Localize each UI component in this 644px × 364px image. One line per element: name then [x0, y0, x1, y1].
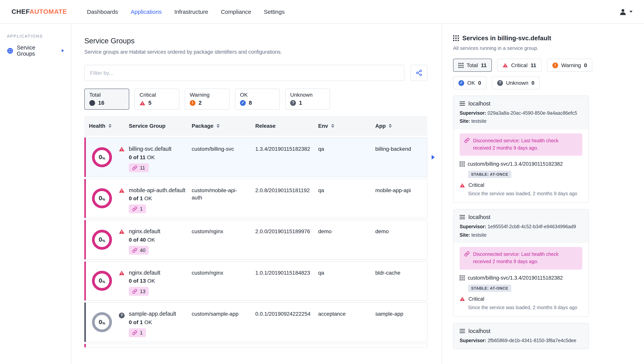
host-list-icon — [460, 215, 465, 220]
disconnected-alert: Disconnected service: Last health check … — [460, 133, 582, 156]
critical-icon — [140, 100, 145, 105]
user-menu[interactable] — [619, 8, 632, 16]
status-card-count: 8 — [249, 100, 252, 106]
selected-row-arrow-icon — [432, 155, 435, 160]
user-icon — [619, 8, 627, 16]
nav-item-applications[interactable]: Applications — [131, 9, 162, 15]
app-cell: billing-backend — [375, 138, 428, 177]
service-card-header: localhost Supervisor: 2fb65869-de1b-4341… — [454, 323, 588, 349]
nav-item-infrastructure[interactable]: Infrastructure — [174, 9, 208, 15]
nav-item-compliance[interactable]: Compliance — [221, 9, 251, 15]
status-card-critical[interactable]: Critical 5 — [134, 89, 180, 110]
env-cell: acceptance — [318, 303, 375, 342]
service-group-row-partial[interactable] — [84, 344, 428, 347]
alert-text: Disconnected service: Last health check … — [473, 251, 578, 266]
sidebar: APPLICATIONS Service Groups — [0, 24, 71, 364]
update-strategy-badge: STABLE: AT-ONCE — [468, 284, 511, 292]
sort-icon — [216, 124, 220, 128]
disconnected-link-icon — [132, 206, 137, 211]
package-cell: custom/mobile-api-auth — [192, 179, 255, 218]
services-count-badge: 40 — [129, 246, 149, 254]
app-cell: sample-app — [375, 303, 428, 342]
ok-ratio: 0 of 13 OK — [129, 278, 186, 284]
disconnected-alert: Disconnected service: Last health check … — [460, 247, 582, 270]
package-cell: custom/nginx — [192, 261, 255, 300]
service-health-status: Critical — [468, 296, 484, 302]
health-cell: 0% — [86, 179, 129, 218]
critical-icon — [119, 146, 124, 153]
filter-pill-unknown[interactable]: ? Unknown0 — [492, 76, 540, 89]
status-card-label: Critical — [140, 92, 174, 98]
pill-count: 0 — [584, 62, 587, 68]
column-header-package[interactable]: Package — [192, 123, 255, 129]
status-card-label: Unknown — [290, 92, 325, 98]
health-ring: 0% — [92, 312, 112, 332]
service-group-name: nginx.default — [129, 228, 186, 235]
table-header: Health Service Group Package Release Env… — [84, 116, 428, 136]
supervisor-line: Supervisor: 2fb65869-de1b-4341-8150-3f8a… — [460, 336, 582, 345]
status-card-count: 2 — [198, 100, 202, 106]
sidebar-section-label: APPLICATIONS — [7, 34, 64, 38]
release-cell: 0.0.1/20190924222254 — [255, 303, 318, 342]
pill-count: 0 — [478, 80, 481, 86]
column-header-health[interactable]: Health — [84, 123, 129, 129]
column-header-app[interactable]: App — [375, 123, 428, 129]
alert-text: Disconnected service: Last health check … — [473, 137, 578, 152]
env-cell: demo — [318, 220, 375, 259]
status-card-unknown[interactable]: Unknown ?1 — [285, 89, 330, 110]
nav-item-settings[interactable]: Settings — [264, 9, 284, 15]
service-group-row[interactable]: 0% nginx.default 0 of 40 OK 40 custom/ng… — [84, 220, 428, 259]
filter-pill-ok[interactable]: ✓ OK0 — [453, 76, 486, 89]
host-list-icon — [460, 328, 465, 333]
status-card-total[interactable]: Total 16 — [84, 89, 129, 110]
filter-input[interactable] — [84, 65, 404, 81]
health-ring: 0% — [92, 230, 112, 250]
update-strategy-badge: STABLE: AT-ONCE — [468, 171, 511, 178]
service-status-pills: Total11 Critical11 ! Warning0 ✓ OK0 ? Un… — [453, 59, 595, 89]
sidebar-item-service-groups[interactable]: Service Groups — [7, 45, 64, 57]
critical-icon — [119, 187, 124, 194]
service-card-header: localhost Supervisor: 029a3a8a-20ac-4590… — [454, 96, 588, 129]
column-label: Env — [318, 123, 328, 129]
services-icon — [458, 63, 464, 68]
site-line: Site: testsite — [460, 231, 582, 239]
package-cell: custom/sample-app — [192, 303, 255, 342]
unknown-icon: ? — [119, 311, 124, 318]
service-group-row[interactable]: 0% ? sample-app.default 0 of 1 OK 1 cust… — [84, 302, 428, 342]
app-cell: bldr-cache — [375, 261, 428, 300]
column-label: Package — [192, 123, 214, 129]
service-group-row[interactable]: 0% billing-svc.default 0 of 11 OK 11 cus… — [84, 137, 428, 177]
filter-pill-critical[interactable]: Critical11 — [498, 59, 542, 72]
service-group-row[interactable]: 0% mobile-api-auth.default 0 of 1 OK 1 c… — [84, 179, 428, 218]
env-cell: qa — [318, 261, 375, 300]
unknown-icon: ? — [290, 100, 296, 106]
services-count-badge: 1 — [129, 204, 146, 213]
filter-pill-warning[interactable]: ! Warning0 — [547, 59, 592, 72]
service-group-name: billing-svc.default — [129, 145, 186, 153]
service-card: localhost Supervisor: 2fb65869-de1b-4341… — [453, 323, 589, 349]
critical-icon — [503, 63, 508, 68]
since-loaded-text: Since the service was loaded, 2 months 9… — [468, 191, 582, 197]
chevron-right-icon — [62, 49, 64, 52]
status-card-ok[interactable]: OK ✓8 — [235, 89, 280, 110]
service-group-name: mobile-api-auth.default — [129, 187, 186, 194]
column-header-env[interactable]: Env — [318, 123, 375, 129]
supervisor-line: Supervisor: 1e95554f-2cb8-4c52-b34f-e946… — [460, 223, 582, 231]
service-group-row[interactable]: 0% nginx.default 0 of 13 OK 13 custom/ng… — [84, 261, 428, 301]
critical-icon — [460, 296, 465, 301]
status-card-warning[interactable]: Warning !2 — [185, 89, 230, 110]
column-header-service-group[interactable]: Service Group — [129, 123, 192, 129]
critical-icon — [460, 183, 465, 188]
service-group-cell: ? sample-app.default 0 of 1 OK 1 — [129, 303, 192, 342]
chef-automate-logo[interactable]: CHEFAUTOMATE — [12, 8, 67, 16]
service-group-cell: nginx.default 0 of 40 OK 40 — [129, 220, 192, 259]
share-button[interactable] — [410, 65, 428, 81]
top-navbar: CHEFAUTOMATE Dashboards Applications Inf… — [0, 0, 644, 24]
package-cell: custom/nginx — [192, 220, 255, 259]
filter-pill-total[interactable]: Total11 — [453, 59, 492, 72]
health-ring: 0% — [92, 271, 112, 291]
nav-item-dashboards[interactable]: Dashboards — [87, 9, 118, 15]
column-header-release[interactable]: Release — [255, 123, 318, 129]
pill-label: Critical — [511, 62, 528, 68]
status-filter-cards: Total 16 Critical 5 Warning !2 OK ✓8 — [84, 89, 428, 110]
